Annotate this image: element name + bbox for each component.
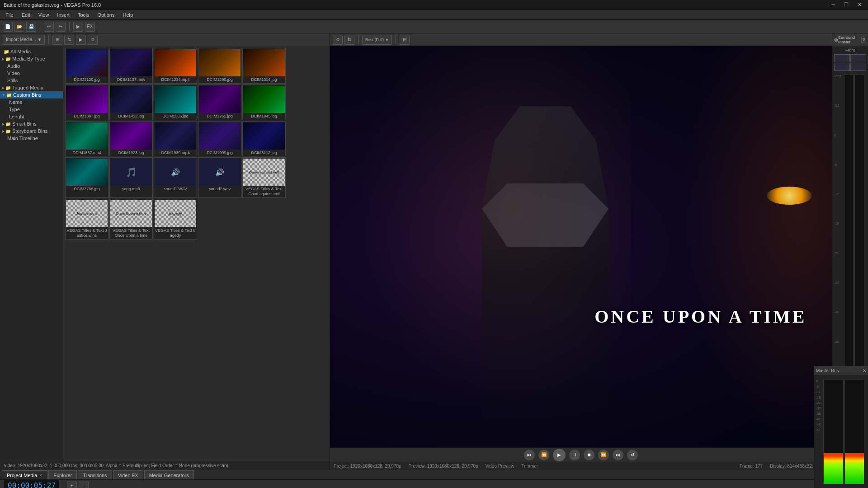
media-item-vegas-good-evil[interactable]: Good against evil VEGAS Titles & Text Go… <box>242 157 286 198</box>
prev-loop[interactable]: ↺ <box>627 450 638 460</box>
timeline-zoom-out[interactable]: - <box>79 481 89 488</box>
menu-view[interactable]: View <box>35 11 53 19</box>
thumb-dcim1845 <box>243 86 285 113</box>
sidebar-item-stills[interactable]: Stills <box>0 77 63 84</box>
tab-close-project-media[interactable]: ✕ <box>39 473 42 478</box>
prev-step-back[interactable]: ⏪ <box>538 450 549 460</box>
prev-pause[interactable]: ⏸ <box>569 450 580 460</box>
tab-project-media[interactable]: Project Media ✕ <box>2 470 47 479</box>
sidebar-item-video[interactable]: Video <box>0 70 63 77</box>
tab-label-project-media: Project Media <box>7 473 37 478</box>
sidebar-item-name[interactable]: Name <box>0 99 63 106</box>
media-item-dcim1923[interactable]: DCIM1923.jpg <box>109 121 153 157</box>
media-item-dcim1290[interactable]: DCIM1290.jpg <box>198 48 241 84</box>
quality-btn[interactable]: Best (Full) ▼ <box>362 35 392 45</box>
tab-video-fx[interactable]: Video FX <box>113 470 143 479</box>
media-item-dcim1387[interactable]: DCIM1387.jpg <box>65 84 108 120</box>
arrow-icon-3: ▼ <box>2 93 5 97</box>
import-media-dropdown[interactable]: Import Media... ▼ <box>3 35 45 45</box>
media-item-sound2[interactable]: 🔊 sound2.wav <box>198 157 241 198</box>
media-item-vegas-justice-wins[interactable]: Justice wins VEGAS Titles & Text Justice… <box>65 199 108 239</box>
tab-label-transitions: Transitions <box>83 473 107 478</box>
prev-play[interactable]: ▶ <box>553 449 566 461</box>
scale-6: -6 <box>816 385 821 388</box>
scale-57: -57 <box>816 428 821 432</box>
media-item-dcim3112[interactable]: DCIM3112.jpg <box>242 121 286 157</box>
tab-transitions[interactable]: Transitions <box>78 470 112 479</box>
sidebar-item-smart-bins[interactable]: ▶ 📁 Smart Bins <box>0 120 63 127</box>
sidebar-item-all-media[interactable]: 📁 All Media <box>0 48 63 55</box>
media-item-dcim1234[interactable]: DCIM1234.mp4 <box>154 48 197 84</box>
prev-step-fwd[interactable]: ⏩ <box>598 450 609 460</box>
media-item-dcim3768[interactable]: DCIM3768.jpg <box>65 157 108 198</box>
tab-explorer[interactable]: Explorer <box>48 470 77 479</box>
sidebar-item-main-timeline[interactable]: Main Timeline <box>0 135 63 142</box>
prev-go-end[interactable]: ⏭ <box>613 450 623 460</box>
sidebar-item-tagged-media[interactable]: ▶ 📁 Tagged Media <box>0 84 63 91</box>
vu-scale-6: -21 <box>834 252 841 255</box>
menu-tools[interactable]: Tools <box>74 11 93 19</box>
sidebar-item-audio[interactable]: Audio <box>0 62 63 70</box>
render-button[interactable]: ▶ <box>73 22 83 32</box>
redo-button[interactable]: ↪ <box>56 22 66 32</box>
thumb-vegas-once-upon: Once Upon a time <box>110 200 152 227</box>
menu-help[interactable]: Help <box>119 11 137 19</box>
menu-options[interactable]: Options <box>94 11 118 19</box>
timeline-zoom-in[interactable]: + <box>67 481 77 488</box>
undo-button[interactable]: ↩ <box>44 22 54 32</box>
media-item-dcim1566[interactable]: DCIM1566.jpg <box>154 84 197 120</box>
open-button[interactable]: 📂 <box>14 22 24 32</box>
media-item-dcim1137[interactable]: DCIM1137.mov <box>109 48 153 84</box>
menu-file[interactable]: File <box>2 11 17 19</box>
thumb-dcim1939 <box>155 122 196 150</box>
media-item-dcim1999[interactable]: DCIM1999.jpg <box>198 121 241 157</box>
close-button[interactable]: ✕ <box>855 2 864 8</box>
media-item-dcim1120[interactable]: DCIM1120.jpg <box>65 48 108 84</box>
save-button[interactable]: 💾 <box>26 22 36 32</box>
restore-button[interactable]: ❐ <box>841 2 851 8</box>
sidebar-item-media-by-type[interactable]: ▶ 📁 Media By Type <box>0 55 63 62</box>
surround-settings-btn[interactable]: ⚙ <box>861 37 866 43</box>
sidebar-label-tagged-media: Tagged Media <box>12 85 43 90</box>
media-item-dcim1867[interactable]: DCIM1867.mp4 <box>65 121 108 157</box>
tab-label-media-generators: Media Generators <box>149 473 189 478</box>
sidebar-item-type[interactable]: Type <box>0 106 63 113</box>
media-item-dcim1765[interactable]: DCIM1765.jpg <box>198 84 241 120</box>
sidebar-item-lenght[interactable]: Lenght <box>0 113 63 120</box>
media-item-dcim1412[interactable]: DCIM1412.jpg <box>109 84 153 120</box>
tab-media-generators[interactable]: Media Generators <box>144 470 194 479</box>
thumb-dcim1290 <box>199 49 241 76</box>
preview-split-btn[interactable]: ⊞ <box>400 35 410 45</box>
menu-insert[interactable]: Insert <box>53 11 73 19</box>
sidebar-item-storyboard-bins[interactable]: ▶ 📁 Storyboard Bins <box>0 127 63 135</box>
minimize-button[interactable]: ─ <box>829 2 838 8</box>
master-bus-close[interactable]: ✕ <box>863 368 866 373</box>
new-button[interactable]: 📄 <box>3 22 13 32</box>
sidebar-label-all-media: All Media <box>10 49 31 54</box>
thumb-song-mp3: 🎵 <box>110 159 152 186</box>
fx-button[interactable]: FX <box>85 22 95 32</box>
preview-sep <box>358 35 359 44</box>
media-item-dcim1314[interactable]: DCIM1314.jpg <box>242 48 286 84</box>
sidebar-label-type: Type <box>9 107 20 112</box>
prev-stop[interactable]: ⏹ <box>584 450 594 460</box>
play-preview[interactable]: ▶ <box>76 35 86 45</box>
fx-chain[interactable]: fx <box>64 35 74 45</box>
sidebar-item-custom-bins[interactable]: ▼ 📁 Custom Bins <box>0 91 63 99</box>
preview-props-btn[interactable]: fx <box>344 35 354 45</box>
thumb-vegas-good-evil: Good against evil <box>243 159 285 186</box>
preview-settings-btn[interactable]: ⚙ <box>333 35 343 45</box>
video-preview-label: Video Preview <box>486 464 514 469</box>
media-item-vegas-tragedy[interactable]: tragedy VEGAS Titles & Text tragedy <box>154 199 197 239</box>
menu-edit[interactable]: Edit <box>18 11 34 19</box>
media-item-dcim1939[interactable]: DCIM1939.mp4 <box>154 121 197 157</box>
media-item-sound1[interactable]: 🔊 sound1.WAV <box>154 157 197 198</box>
media-item-song-mp3[interactable]: 🎵 song.mp3 <box>109 157 153 198</box>
preview-image: Once Upon a Time <box>330 46 832 447</box>
prev-go-start[interactable]: ⏮ <box>524 450 535 460</box>
master-vu-right-fill <box>845 453 864 484</box>
view-toggle[interactable]: ⊞ <box>52 35 62 45</box>
media-item-dcim1845[interactable]: DCIM1845.jpg <box>242 84 286 120</box>
media-item-vegas-once-upon[interactable]: Once Upon a time VEGAS Titles & Text Onc… <box>109 199 153 239</box>
props-btn[interactable]: ⚙ <box>88 35 98 45</box>
